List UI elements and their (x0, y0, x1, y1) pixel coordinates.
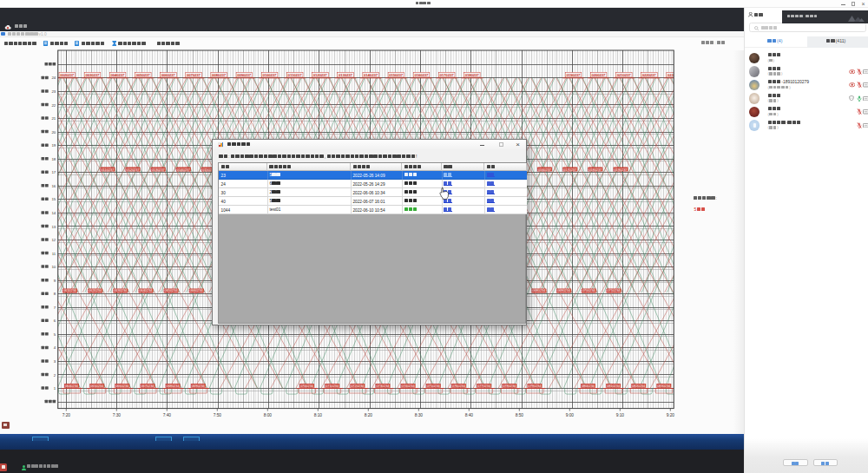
svg-text:9:00: 9:00 (566, 413, 575, 417)
svg-text:6: 6 (54, 319, 56, 323)
svg-text:7:30: 7:30 (113, 413, 122, 417)
svg-text:1: 1 (54, 386, 56, 391)
svg-text:8:40: 8:40 (465, 413, 474, 417)
svg-text:13: 13 (51, 225, 56, 229)
svg-text:12: 12 (51, 238, 56, 242)
svg-text:9: 9 (54, 279, 56, 283)
svg-text:2: 2 (54, 373, 56, 378)
svg-text:16: 16 (51, 184, 56, 188)
svg-text:22: 22 (51, 103, 56, 108)
svg-text:8:00: 8:00 (264, 413, 273, 417)
svg-text:19: 19 (51, 143, 56, 148)
svg-text:4: 4 (54, 345, 56, 350)
svg-text:7:40: 7:40 (163, 413, 172, 417)
svg-text:8:50: 8:50 (516, 413, 524, 417)
svg-text:8:30: 8:30 (415, 413, 424, 417)
svg-text:10: 10 (51, 265, 56, 269)
svg-text:20: 20 (51, 130, 56, 135)
svg-text:7:20: 7:20 (62, 413, 71, 417)
svg-text:23: 23 (51, 89, 56, 94)
svg-text:9:20: 9:20 (667, 413, 675, 417)
svg-text:9:10: 9:10 (616, 413, 625, 417)
svg-text:15: 15 (51, 197, 56, 201)
svg-text:3: 3 (54, 359, 56, 364)
svg-text:8: 8 (54, 292, 56, 296)
svg-text:8:10: 8:10 (314, 413, 323, 417)
svg-text:8:20: 8:20 (365, 413, 373, 417)
svg-text:17: 17 (51, 170, 56, 174)
svg-text:14: 14 (51, 211, 56, 215)
svg-text:21: 21 (51, 116, 56, 121)
svg-text:7: 7 (54, 305, 56, 310)
svg-text:11: 11 (52, 252, 56, 256)
svg-text:7:50: 7:50 (214, 413, 222, 417)
svg-text:24: 24 (51, 76, 56, 80)
svg-text:18: 18 (51, 157, 56, 161)
svg-text:5: 5 (54, 332, 56, 337)
